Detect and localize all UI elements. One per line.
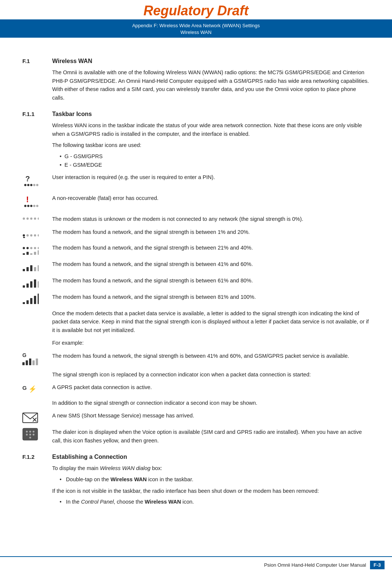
svg-point-8 [27, 205, 29, 207]
svg-point-24 [26, 247, 29, 249]
svg-rect-40 [30, 281, 32, 288]
svg-point-25 [30, 247, 32, 249]
svg-rect-39 [26, 284, 29, 288]
svg-rect-50 [26, 360, 28, 365]
sms-text: A new SMS (Short Message Service) messag… [52, 411, 370, 420]
dots-empty-icon-text: The modem status is unknown or the modem… [52, 214, 370, 223]
svg-point-15 [34, 217, 36, 220]
icon-row-signal-3: The modem has found a network, and the s… [22, 259, 370, 272]
connection-indicator-row: The signal strength icon is replaced by … [22, 370, 370, 379]
svg-rect-45 [30, 298, 32, 304]
section-f1-2: F.1.2 Establishing a Connection To displ… [22, 454, 370, 506]
packet-data-text: Once the modem detects that a packet dat… [52, 309, 370, 334]
svg-point-1 [24, 184, 26, 186]
section-f1-2-bullet2: In the Control Panel, choose the Wireles… [60, 498, 370, 506]
sms-intro-text: In addition to the signal strength or co… [52, 398, 370, 407]
section-f1-1-title: Taskbar Icons [52, 111, 92, 118]
svg-rect-52 [32, 360, 35, 365]
signal-1-icon [22, 227, 52, 239]
svg-point-66 [29, 437, 31, 439]
section-f1-2-number: F.1.2 [22, 454, 52, 460]
svg-text:⚡: ⚡ [28, 385, 37, 393]
svg-point-2 [27, 184, 29, 186]
section-f1: F.1 Wireless WAN The Omnii is available … [22, 58, 370, 102]
signal-5-icon-text: The modem has found a network, and the s… [52, 292, 370, 301]
svg-point-27 [38, 247, 39, 249]
svg-text:G: G [22, 352, 26, 358]
section-f1-number: F.1 [22, 58, 52, 64]
for-example-row: For example: [22, 338, 370, 347]
sms-icon-row: A new SMS (Short Message Service) messag… [22, 411, 370, 423]
signal-3-icon [22, 259, 52, 272]
header-subtitle-bar: Appendix F: Wireless Wide Area Network (… [0, 21, 392, 38]
svg-point-23 [23, 247, 25, 249]
signal-2-icon-text: The modem has found a network, and the s… [52, 243, 370, 252]
svg-point-26 [34, 247, 36, 249]
svg-point-4 [33, 184, 35, 186]
footer-badge: F-3 [370, 561, 385, 569]
icon-row-question: ? User interaction is required (e.g. the… [22, 172, 370, 190]
signal-3-icon-text: The modem has found a network, and the s… [52, 259, 370, 268]
dots-empty-icon [22, 214, 52, 222]
list-item: E - GSM/EDGE [60, 161, 370, 169]
svg-rect-33 [23, 269, 25, 271]
svg-text:?: ? [25, 175, 30, 183]
for-example-text: For example: [52, 338, 370, 347]
dialer-text: The dialer icon is displayed when the Vo… [52, 427, 370, 445]
svg-point-17 [23, 234, 25, 237]
svg-point-3 [30, 184, 32, 186]
gsm-gprs-icon: G [22, 351, 52, 366]
svg-rect-22 [23, 237, 25, 238]
svg-rect-36 [34, 267, 36, 271]
header-title: Regulatory Draft [0, 0, 392, 21]
svg-point-9 [30, 205, 32, 207]
gprs-active-icon: G ⚡ [22, 382, 52, 394]
svg-point-18 [26, 234, 29, 237]
svg-point-14 [30, 217, 32, 220]
subtitle-line1: Appendix F: Wireless Wide Area Network (… [0, 22, 392, 29]
svg-rect-35 [30, 265, 32, 271]
svg-rect-28 [23, 253, 25, 255]
svg-point-5 [36, 184, 38, 186]
svg-text:!: ! [26, 195, 29, 204]
gsm-gprs-icon-text: The modem has found a network, the signa… [52, 351, 370, 360]
svg-point-63 [26, 434, 28, 436]
svg-rect-34 [26, 267, 29, 271]
signal-1-icon-text: The modem has found a network, and the s… [52, 227, 370, 236]
section-f1-1-list-intro: The following taskbar icons are used: [52, 141, 370, 149]
svg-rect-47 [38, 294, 39, 304]
gprs-active-row: G ⚡ A GPRS packet data connection is act… [22, 382, 370, 394]
gsm-gprs-icon-row: G The modem has found a network, the sig… [22, 351, 370, 366]
svg-point-10 [33, 205, 35, 207]
icon-row-signal-1: The modem has found a network, and the s… [22, 227, 370, 239]
subtitle-line2: Wireless WAN [0, 29, 392, 36]
section-f1-1-intro: Wireless WAN icons in the taskbar indica… [52, 121, 370, 138]
section-f1-1-list: G - GSM/GPRS E - GSM/EDGE [60, 153, 370, 170]
section-f1-2-bullet1: Double-tap on the Wireless WAN icon in t… [60, 476, 370, 484]
svg-point-19 [30, 234, 32, 237]
svg-point-20 [34, 234, 36, 237]
connection-indicator-text: The signal strength icon is replaced by … [52, 370, 370, 379]
svg-point-62 [33, 431, 35, 433]
gprs-active-text: A GPRS packet data connection is active. [52, 382, 370, 391]
signal-4-icon [22, 276, 52, 288]
svg-rect-37 [38, 265, 39, 271]
sms-envelope-icon [22, 411, 52, 423]
icon-row-exclamation: ! A non-recoverable (fatal) error has oc… [22, 193, 370, 210]
svg-rect-53 [36, 358, 38, 365]
svg-rect-38 [23, 285, 25, 288]
exclamation-icon-text: A non-recoverable (fatal) error has occu… [52, 193, 370, 202]
svg-text:G: G [22, 385, 27, 391]
svg-rect-44 [26, 300, 29, 304]
question-icon: ? [22, 172, 52, 190]
svg-point-7 [24, 205, 26, 207]
exclamation-icon: ! [22, 193, 52, 210]
sms-intro-row: In addition to the signal strength or co… [22, 398, 370, 407]
icon-row-signal-2: The modem has found a network, and the s… [22, 243, 370, 256]
section-f1-2-para2: If the icon is not visible in the taskba… [52, 487, 370, 495]
svg-point-61 [29, 431, 31, 433]
section-f1-1-number: F.1.1 [22, 111, 52, 117]
svg-rect-46 [34, 296, 36, 304]
svg-point-16 [38, 217, 39, 220]
svg-point-12 [23, 217, 25, 220]
